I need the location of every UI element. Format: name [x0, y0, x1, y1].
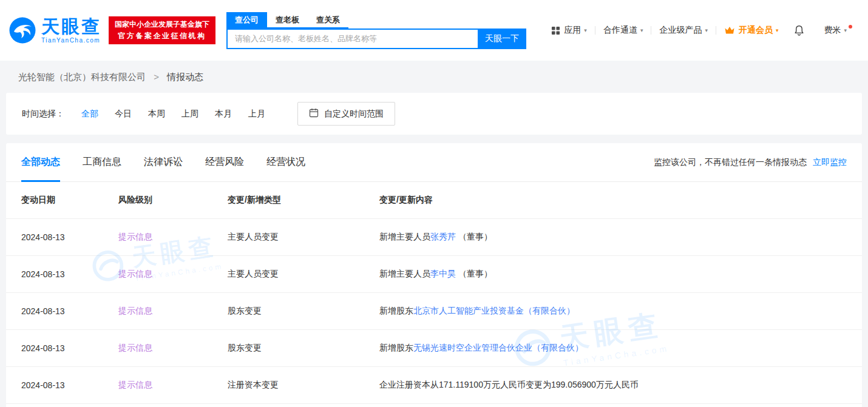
custom-time-range-label: 自定义时间范围	[324, 109, 384, 119]
badge-line2: 官方备案企业征信机构	[115, 30, 209, 42]
risk-level-link[interactable]: 提示信息	[118, 343, 152, 352]
time-options: 全部今日本周上周本月上月	[81, 109, 282, 119]
chevron-down-icon: ▾	[584, 27, 587, 33]
cell-risk-level: 提示信息	[118, 219, 228, 256]
time-option[interactable]: 全部	[81, 109, 98, 119]
entity-link[interactable]: 北京市人工智能产业投资基金（有限合伙）	[413, 306, 575, 315]
search-tab[interactable]: 查公司	[226, 12, 267, 27]
top-nav: 应用▾合作通道▾企业级产品▾开通会员▾费米▾	[543, 25, 855, 36]
monitor-text: 监控该公司，不再错过任何一条情报动态	[654, 157, 807, 167]
tianyancha-logo-icon	[8, 16, 36, 44]
cell-risk-level: 提示信息	[118, 367, 228, 404]
main-tab[interactable]: 经营状况	[266, 143, 305, 181]
nav-cooperation[interactable]: 合作通道▾	[595, 25, 651, 36]
column-header: 风险级别	[118, 182, 228, 219]
official-certification-badge: 国家中小企业发展子基金旗下 官方备案企业征信机构	[109, 16, 215, 44]
nav-vip[interactable]: 开通会员▾	[716, 25, 787, 36]
risk-level-link[interactable]: 提示信息	[118, 380, 152, 389]
search-button[interactable]: 天眼一下	[478, 29, 526, 49]
notification-dot	[849, 25, 852, 29]
logo-text: 天眼查 TianYanCha.com	[41, 17, 101, 44]
search-input[interactable]	[226, 29, 478, 49]
site-header: 天眼查 TianYanCha.com 国家中小企业发展子基金旗下 官方备案企业征…	[0, 0, 868, 61]
entity-link[interactable]: 张秀芹	[430, 232, 456, 241]
tianyancha-logo[interactable]: 天眼查 TianYanCha.com	[8, 16, 101, 44]
cell-risk-level: 提示信息	[118, 330, 228, 367]
bell-icon	[794, 25, 804, 36]
search-tab[interactable]: 查老板	[267, 12, 308, 27]
cell-change-content: 新增主要人员李中昊 （董事）	[379, 256, 862, 293]
search-tab[interactable]: 查关系	[308, 12, 348, 27]
main-tabs: 全部动态工商信息法律诉讼经营风险经营状况	[21, 143, 328, 181]
nav-enterprise-products[interactable]: 企业级产品▾	[651, 25, 716, 36]
entity-link[interactable]: 李中昊	[430, 269, 456, 278]
column-header: 变动日期	[6, 182, 118, 219]
time-option[interactable]: 今日	[115, 109, 132, 119]
nav-item-label: 合作通道	[603, 25, 637, 36]
monitor-now-link[interactable]: 立即监控	[813, 157, 847, 167]
table-row: 2024-08-13提示信息股东变更新增股东北京市人工智能产业投资基金（有限合伙…	[6, 293, 862, 330]
risk-level-link[interactable]: 提示信息	[118, 232, 152, 241]
time-option[interactable]: 本月	[215, 109, 232, 119]
crown-icon	[724, 26, 735, 35]
chevron-down-icon: ▾	[844, 27, 847, 33]
cell-risk-level: 提示信息	[118, 293, 228, 330]
cell-date: 2024-08-13	[6, 330, 118, 367]
nav-item-label: 开通会员	[739, 25, 773, 36]
cell-risk-level: 提示信息	[118, 256, 228, 293]
table-row: 2024-08-13提示信息主要人员变更新增主要人员李中昊 （董事）	[6, 256, 862, 293]
monitor-note: 监控该公司，不再错过任何一条情报动态立即监控	[654, 157, 847, 168]
main-tab[interactable]: 经营风险	[205, 143, 244, 181]
risk-level-link[interactable]: 提示信息	[118, 306, 152, 315]
updates-card: 全部动态工商信息法律诉讼经营风险经营状况 监控该公司，不再错过任何一条情报动态立…	[6, 143, 862, 407]
nav-item-label: 企业级产品	[659, 25, 702, 36]
breadcrumb: 光轮智能（北京）科技有限公司 > 情报动态	[0, 61, 868, 93]
breadcrumb-current: 情报动态	[167, 72, 203, 82]
custom-time-range-button[interactable]: 自定义时间范围	[297, 102, 395, 126]
main-tab[interactable]: 法律诉讼	[144, 143, 183, 181]
cell-change-type: 注册资本变更	[228, 367, 379, 404]
table-head: 变动日期风险级别变更/新增类型变更/更新内容	[6, 182, 862, 219]
cell-change-type: 股东变更	[228, 330, 379, 367]
time-option[interactable]: 上月	[248, 109, 265, 119]
content-text: 企业注册资本从171.119100万元人民币变更为199.056900万元人民币	[379, 380, 639, 389]
cell-change-content: 企业注册资本从171.119100万元人民币变更为199.056900万元人民币	[379, 367, 862, 404]
logo-title: 天眼查	[41, 17, 101, 36]
time-option[interactable]: 上周	[181, 109, 198, 119]
cell-date: 2024-08-13	[6, 219, 118, 256]
chevron-down-icon: ▾	[640, 27, 643, 33]
nav-apps[interactable]: 应用▾	[543, 25, 595, 36]
content-text: （董事）	[456, 232, 492, 241]
time-option[interactable]: 本周	[148, 109, 165, 119]
cell-date: 2024-08-13	[6, 367, 118, 404]
nav-notifications[interactable]	[786, 25, 816, 36]
nav-account[interactable]: 费米▾	[816, 25, 855, 36]
cell-change-content: 新增股东北京市人工智能产业投资基金（有限合伙）	[379, 293, 862, 330]
breadcrumb-separator: >	[154, 72, 159, 82]
time-filter-card: 时间选择： 全部今日本周上周本月上月 自定义时间范围	[6, 93, 862, 135]
updates-table: 变动日期风险级别变更/新增类型变更/更新内容 2024-08-13提示信息主要人…	[6, 182, 862, 404]
search-tabs: 查公司查老板查关系	[226, 12, 348, 29]
cell-change-content: 新增股东无锡光速时空企业管理合伙企业（有限合伙）	[379, 330, 862, 367]
cell-change-type: 股东变更	[228, 293, 379, 330]
main-tab[interactable]: 全部动态	[21, 143, 60, 181]
entity-link[interactable]: 无锡光速时空企业管理合伙企业（有限合伙）	[413, 343, 583, 352]
table-body: 2024-08-13提示信息主要人员变更新增主要人员张秀芹 （董事）2024-0…	[6, 219, 862, 404]
badge-line1: 国家中小企业发展子基金旗下	[115, 19, 209, 30]
breadcrumb-company-link[interactable]: 光轮智能（北京）科技有限公司	[18, 72, 146, 82]
cell-change-content: 新增主要人员张秀芹 （董事）	[379, 219, 862, 256]
main-tab[interactable]: 工商信息	[83, 143, 121, 181]
table-header-row: 变动日期风险级别变更/新增类型变更/更新内容	[6, 182, 862, 219]
content-text: 新增主要人员	[379, 232, 430, 241]
risk-level-link[interactable]: 提示信息	[118, 269, 152, 278]
nav-item-label: 费米	[824, 25, 841, 36]
calendar-icon	[309, 108, 319, 119]
cell-change-type: 主要人员变更	[228, 256, 379, 293]
table-row: 2024-08-13提示信息注册资本变更企业注册资本从171.119100万元人…	[6, 367, 862, 404]
search-area: 查公司查老板查关系 天眼一下	[226, 12, 526, 49]
logo-subtitle: TianYanCha.com	[41, 37, 101, 44]
search-row: 天眼一下	[226, 29, 526, 49]
cell-date: 2024-08-13	[6, 256, 118, 293]
cell-date: 2024-08-13	[6, 293, 118, 330]
grid-icon	[551, 26, 560, 35]
